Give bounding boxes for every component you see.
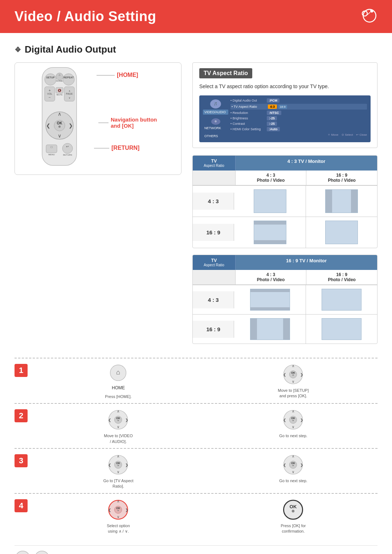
home-label: [HOME] (97, 72, 138, 78)
step-1-nav-icon: OK ∧ ∨ ❮ ❯ (281, 364, 306, 385)
svg-text:❮: ❮ (108, 463, 111, 467)
svg-text:∧: ∧ (69, 90, 70, 92)
step-1-number: 1 (15, 364, 28, 377)
step-4-left-label: Select option using ∧ / ∨. (107, 523, 130, 534)
aspect-row-169-43: 4 : 3 (193, 285, 377, 314)
step-3-left: OK ∧ ∨ ❮ ❯ Go to [TV Aspect Ratio]. (34, 454, 203, 489)
col1-169-label: 4 : 3 Photo / Video (236, 270, 307, 284)
bottom-note-icons: ⌂ HOME ↩ RETURN (15, 550, 50, 554)
step-2-left-label: Move to [VIDEO / AUDIO]. (104, 433, 132, 444)
svg-text:∧: ∧ (117, 454, 119, 458)
svg-text:∧: ∧ (117, 499, 119, 503)
svg-text:MUTE: MUTE (57, 94, 63, 96)
step-3-left-nav-icon: OK ∧ ∨ ❮ ❯ (106, 454, 131, 475)
step-3-right-label: Go to next step. (279, 478, 307, 484)
svg-text:∨: ∨ (69, 97, 70, 99)
row-label-43-a: 4 : 3 (193, 193, 234, 210)
row-label-169-a: 4 : 3 (193, 291, 234, 308)
return-label: [RETURN] (94, 145, 139, 151)
svg-text:∨: ∨ (117, 470, 119, 474)
svg-text:∨: ∨ (292, 425, 294, 429)
col2-169-label: 16 : 9 Photo / Video (306, 270, 377, 284)
remote-diagram: SETUP ⌂ HOME REPEAT + VOL − 🔇 (15, 62, 181, 175)
svg-point-42 (293, 374, 294, 376)
svg-text:∧: ∧ (292, 364, 294, 368)
svg-text:❯: ❯ (125, 508, 128, 512)
aspect-box-t2-169-col2 (322, 318, 362, 340)
svg-text:❯: ❯ (300, 418, 303, 422)
home-button-icon: ⌂ (109, 364, 127, 382)
two-col-layout: SETUP ⌂ HOME REPEAT + VOL − 🔇 (15, 62, 377, 350)
svg-text:OK: OK (290, 504, 297, 509)
aspect-row-43-43: 4 : 3 (193, 185, 377, 217)
aspect-tables: TV Aspect Ratio 4 : 3 TV / Monitor 4 : 3… (192, 155, 377, 344)
svg-text:↩: ↩ (66, 145, 69, 148)
svg-text:🔇: 🔇 (58, 89, 61, 92)
aspect-box-169-col2 (325, 221, 358, 244)
svg-text:OK: OK (291, 416, 295, 420)
menu-item-network: NETWORK (203, 126, 228, 131)
aspect-cell-43-col1 (234, 186, 306, 217)
svg-point-90 (16, 551, 30, 554)
right-area: TV Aspect Ratio Select a TV aspect ratio… (192, 62, 377, 350)
svg-text:RETURN: RETURN (63, 154, 72, 156)
row-label-43-b: 16 : 9 (193, 224, 234, 241)
svg-text:❮: ❮ (283, 463, 286, 467)
svg-point-10 (63, 74, 74, 85)
menu-screenshot: 🎵 VIDEO/AUDIO ⚙ NETWORK OTHERS (199, 95, 371, 142)
svg-text:−: − (49, 95, 51, 99)
menu-row-digital: • Digital Audio Out :PCM (230, 98, 367, 103)
step-4-right-label: Press [OK] for confirmation. (281, 523, 306, 534)
step-1-row: 1 ⌂ HOME Press [HOME]. OK (15, 358, 377, 403)
aspect-table-43: TV Aspect Ratio 4 : 3 TV / Monitor 4 : 3… (192, 155, 377, 248)
info-box-title: TV Aspect Ratio (199, 68, 252, 78)
page-title: Video / Audio Setting (15, 9, 156, 24)
svg-text:OK: OK (116, 506, 121, 510)
svg-point-74 (293, 465, 294, 466)
step-2-content: OK ∧ ∨ ❮ ❯ Move to [VIDEO / AUDIO]. OK (34, 409, 377, 444)
svg-text:∨: ∨ (292, 379, 294, 383)
aspect-cell-t2-43-col2 (306, 285, 377, 314)
header-icon (352, 7, 377, 26)
svg-point-89 (292, 510, 294, 512)
svg-point-92 (35, 551, 49, 554)
svg-text:HOME: HOME (56, 80, 63, 82)
svg-text:❮: ❮ (283, 373, 286, 377)
menu-right-panel: • Digital Audio Out :PCM • TV Aspect Rat… (230, 98, 367, 139)
step-2-left: OK ∧ ∨ ❮ ❯ Move to [VIDEO / AUDIO]. (34, 409, 203, 444)
aspect-box-t2-43-col1 (250, 289, 290, 311)
svg-text:❮: ❮ (108, 418, 111, 422)
step-2-right: OK ∧ ∨ ❮ ❯ Go to next step. (209, 409, 377, 444)
svg-text:❮: ❮ (46, 123, 50, 129)
aspect-cell-169-col1 (234, 217, 306, 248)
bottom-return-icon: ↩ (34, 550, 50, 554)
step-3-content: OK ∧ ∨ ❮ ❯ Go to [TV Aspect Ratio]. OK (34, 454, 377, 489)
aspect-table-43-subheader: 4 : 3 Photo / Video 16 : 9 Photo / Video (193, 171, 377, 185)
svg-text:REPEAT: REPEAT (64, 76, 74, 79)
nav-label: Navigation button and [OK] (98, 116, 157, 129)
svg-text:+: + (49, 89, 51, 93)
step-4-content: OK ∧ ∨ ❮ ❯ Select option using ∧ / ∨. OK (34, 499, 377, 534)
ok-large-button-icon: OK (281, 499, 306, 520)
menu-row-aspect: • TV Aspect Ratio 4:3 16:9 (230, 104, 367, 110)
step-2-row: 2 OK ∧ ∨ ❮ ❯ Move to [VIDEO / AUDIO]. (15, 403, 377, 448)
svg-text:OK: OK (116, 461, 121, 465)
aspect-box-169-col1 (254, 221, 286, 244)
svg-text:∨: ∨ (117, 425, 119, 429)
step-4-right: OK Press [OK] for confirmation. (209, 499, 377, 534)
svg-text:VOL: VOL (47, 93, 52, 95)
svg-point-5 (45, 74, 56, 85)
svg-text:OK: OK (57, 121, 63, 125)
svg-text:∧: ∧ (58, 111, 61, 117)
svg-text:OK: OK (291, 461, 295, 465)
svg-text:∨: ∨ (58, 133, 61, 139)
step-3-left-label: Go to [TV Aspect Ratio]. (103, 478, 133, 489)
sub-blank-169 (193, 270, 236, 284)
svg-text:□: □ (51, 145, 53, 149)
aspect-table-43-header: TV Aspect Ratio 4 : 3 TV / Monitor (193, 156, 377, 171)
step-1-right-label: Move to [SETUP] and press [OK]. (278, 388, 309, 399)
menu-left-panel: 🎵 VIDEO/AUDIO ⚙ NETWORK OTHERS (203, 98, 228, 139)
svg-point-58 (293, 420, 294, 421)
col2-43-label: 16 : 9 Photo / Video (306, 171, 377, 185)
menu-bottom-bar: ✧ Move ⊙ Select ↩ Close (230, 133, 367, 136)
